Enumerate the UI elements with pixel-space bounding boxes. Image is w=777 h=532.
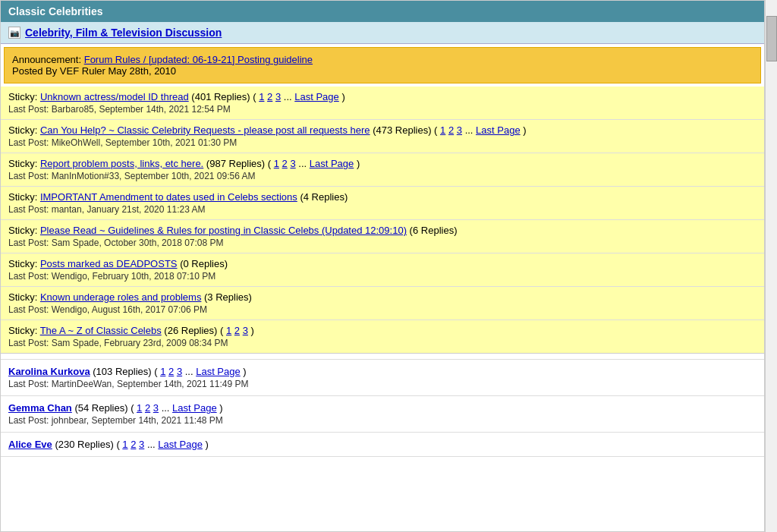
sticky-prefix: Sticky: bbox=[8, 191, 40, 203]
sticky-replies: (401 Replies) ( bbox=[191, 91, 259, 102]
normal-threads: Karolina Kurkova (103 Replies) ( 1 2 3 .… bbox=[1, 360, 764, 457]
subforum-bar: 📷 Celebrity, Film & Television Discussio… bbox=[1, 22, 764, 44]
sticky-replies: (987 Replies) ( bbox=[206, 158, 274, 169]
sticky-row: Sticky: IMPORTANT Amendment to dates use… bbox=[1, 187, 764, 220]
subforum-link[interactable]: Celebrity, Film & Television Discussion bbox=[25, 27, 222, 39]
sticky-prefix: Sticky: bbox=[8, 291, 40, 303]
sticky-row: Sticky: Please Read ~ Guidelines & Rules… bbox=[1, 220, 764, 253]
sticky-replies: (6 Replies) bbox=[410, 225, 458, 236]
sticky-prefix: Sticky: bbox=[8, 158, 40, 169]
sticky-last-post: Last Post: mantan, January 21st, 2020 11… bbox=[8, 204, 757, 215]
thread-link[interactable]: Karolina Kurkova bbox=[8, 366, 90, 377]
scrollbar-thumb[interactable] bbox=[766, 16, 777, 61]
sticky-prefix: Sticky: bbox=[8, 124, 40, 136]
sticky-last-post: Last Post: Barbaro85, September 14th, 20… bbox=[8, 104, 757, 115]
sticky-last-post: Last Post: Sam Spade, October 30th, 2018… bbox=[8, 238, 757, 248]
sticky-replies: (473 Replies) ( bbox=[373, 124, 440, 136]
announcement-link[interactable]: Forum Rules / [updated: 06-19-21] Postin… bbox=[84, 54, 313, 65]
sticky-thread-link[interactable]: Known underage roles and problems bbox=[40, 291, 201, 303]
thread-row: Karolina Kurkova (103 Replies) ( 1 2 3 .… bbox=[1, 360, 764, 396]
section-header: Classic Celebrities bbox=[1, 1, 764, 22]
sticky-thread-link[interactable]: Can You Help? ~ Classic Celebrity Reques… bbox=[40, 124, 370, 136]
sticky-replies: (4 Replies) bbox=[300, 191, 348, 203]
sticky-row: Sticky: The A ~ Z of Classic Celebs (26 … bbox=[1, 320, 764, 353]
thread-pages: 1 2 3 ... Last Page bbox=[122, 439, 205, 450]
sticky-row: Sticky: Report problem posts, links, etc… bbox=[1, 153, 764, 187]
sticky-thread-link[interactable]: IMPORTANT Amendment to dates used in Cel… bbox=[40, 191, 297, 203]
thread-replies: (54 Replies) ( bbox=[74, 402, 137, 414]
thread-replies: (103 Replies) ( bbox=[93, 366, 160, 377]
divider bbox=[1, 354, 764, 360]
section-title: Classic Celebrities bbox=[8, 5, 103, 17]
sticky-pages: 1 2 3 ... Last Page bbox=[440, 124, 523, 136]
sticky-prefix: Sticky: bbox=[8, 258, 40, 269]
sticky-replies: (0 Replies) bbox=[180, 258, 228, 269]
announcement-box: Announcement: Forum Rules / [updated: 06… bbox=[4, 47, 761, 83]
announcement-posted-by: Posted By VEF Ruler May 28th, 2010 bbox=[12, 65, 176, 77]
sticky-section: Sticky: Unknown actress/model ID thread … bbox=[1, 87, 764, 354]
subforum-icon: 📷 bbox=[8, 27, 20, 39]
sticky-thread-link[interactable]: Report problem posts, links, etc here. bbox=[40, 158, 203, 169]
sticky-last-post: Last Post: Sam Spade, February 23rd, 200… bbox=[8, 338, 757, 348]
sticky-replies: (3 Replies) bbox=[204, 291, 252, 303]
sticky-pages: 1 2 3 ... Last Page bbox=[274, 158, 357, 169]
sticky-prefix: Sticky: bbox=[8, 225, 40, 236]
thread-link[interactable]: Gemma Chan bbox=[8, 402, 72, 414]
sticky-thread-link[interactable]: The A ~ Z of Classic Celebs bbox=[40, 325, 162, 336]
sticky-pages: 1 2 3 ... Last Page bbox=[259, 91, 341, 102]
sticky-last-post: Last Post: MikeOhWell, September 10th, 2… bbox=[8, 137, 757, 148]
sticky-row: Sticky: Can You Help? ~ Classic Celebrit… bbox=[1, 120, 764, 153]
scrollbar[interactable] bbox=[765, 0, 777, 532]
sticky-thread-link[interactable]: Please Read ~ Guidelines & Rules for pos… bbox=[40, 225, 407, 236]
sticky-pages: 1 2 3 bbox=[226, 325, 251, 336]
sticky-row: Sticky: Posts marked as DEADPOSTS (0 Rep… bbox=[1, 253, 764, 287]
sticky-last-post: Last Post: ManInMotion#33, September 10t… bbox=[8, 171, 757, 181]
sticky-row: Sticky: Unknown actress/model ID thread … bbox=[1, 87, 764, 120]
sticky-last-post: Last Post: Wendigo, February 10th, 2018 … bbox=[8, 271, 757, 282]
thread-replies: (230 Replies) ( bbox=[55, 439, 122, 450]
announcement-label: Announcement: bbox=[12, 54, 81, 65]
sticky-prefix: Sticky: bbox=[8, 91, 40, 102]
sticky-thread-link[interactable]: Unknown actress/model ID thread bbox=[40, 91, 189, 102]
sticky-row: Sticky: Known underage roles and problem… bbox=[1, 287, 764, 320]
sticky-prefix: Sticky: bbox=[8, 325, 40, 336]
thread-link[interactable]: Alice Eve bbox=[8, 439, 52, 450]
sticky-last-post: Last Post: Wendigo, August 16th, 2017 07… bbox=[8, 304, 757, 315]
thread-last-post: Last Post: MartinDeeWan, September 14th,… bbox=[8, 379, 757, 389]
thread-row: Alice Eve (230 Replies) ( 1 2 3 ... Last… bbox=[1, 433, 764, 457]
thread-last-post: Last Post: johnbear, September 14th, 202… bbox=[8, 415, 757, 426]
thread-row: Gemma Chan (54 Replies) ( 1 2 3 ... Last… bbox=[1, 396, 764, 433]
thread-pages: 1 2 3 ... Last Page bbox=[137, 402, 219, 414]
thread-pages: 1 2 3 ... Last Page bbox=[160, 366, 243, 377]
sticky-thread-link[interactable]: Posts marked as DEADPOSTS bbox=[40, 258, 178, 269]
sticky-replies: (26 Replies) ( bbox=[164, 325, 226, 336]
